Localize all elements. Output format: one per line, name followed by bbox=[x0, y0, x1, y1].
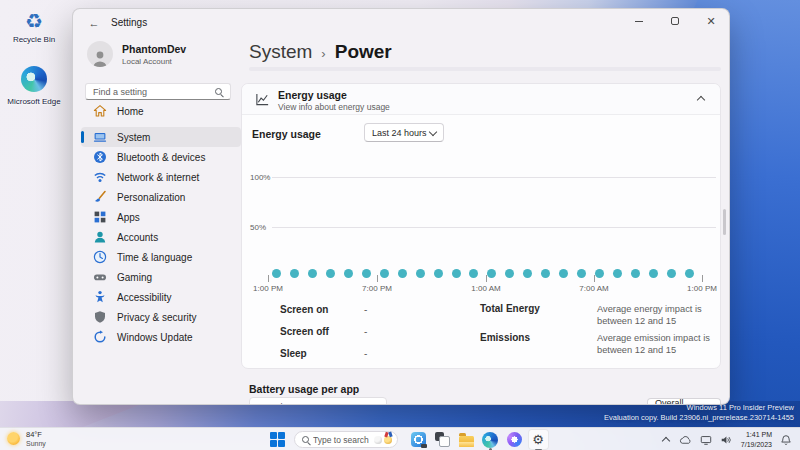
taskbar-search-box[interactable] bbox=[294, 431, 398, 448]
sidebar-item-accounts[interactable]: Accounts bbox=[81, 227, 241, 247]
energy-data-point bbox=[380, 269, 389, 278]
energy-data-point bbox=[523, 269, 532, 278]
sidebar-item-personalization[interactable]: Personalization bbox=[81, 187, 241, 207]
avatar bbox=[87, 41, 113, 67]
chevron-up-icon[interactable] bbox=[697, 96, 705, 104]
maximize-icon bbox=[671, 17, 679, 25]
sidebar-item-time-language[interactable]: Time & language bbox=[81, 247, 241, 267]
weather-widget[interactable]: 84°F Sunny bbox=[7, 430, 46, 447]
stat-value: - bbox=[364, 304, 367, 315]
x-axis-label: 7:00 PM bbox=[362, 284, 392, 293]
stat-value: - bbox=[364, 326, 367, 337]
pinned-apps: ⚙ bbox=[406, 429, 550, 450]
desktop-icon-label: Microsoft Edge bbox=[6, 97, 62, 106]
back-button[interactable]: ← bbox=[85, 15, 103, 31]
app-search-box[interactable] bbox=[249, 397, 387, 405]
taskbar-app-edge[interactable] bbox=[480, 429, 501, 450]
energy-data-point bbox=[272, 269, 281, 278]
stat-label: Screen on bbox=[280, 304, 364, 315]
settings-search-input[interactable] bbox=[86, 87, 215, 97]
apps-icon bbox=[93, 210, 107, 224]
stat-value: Average emission impact is between 12 an… bbox=[597, 332, 721, 356]
start-button[interactable] bbox=[270, 432, 285, 447]
sidebar-item-system[interactable]: System bbox=[81, 127, 241, 147]
time-language-icon bbox=[93, 250, 107, 264]
minimize-button[interactable] bbox=[621, 9, 657, 33]
watermark-line1: Windows 11 Pro Insider Preview bbox=[604, 403, 794, 413]
maximize-button[interactable] bbox=[657, 9, 693, 33]
energy-data-point bbox=[308, 269, 317, 278]
breadcrumb-parent[interactable]: System bbox=[249, 41, 312, 63]
gridline bbox=[272, 227, 716, 228]
stat-label: Screen off bbox=[280, 326, 364, 337]
recycle-bin-icon: ♻ bbox=[21, 8, 47, 34]
search-icon bbox=[374, 404, 381, 406]
titlebar[interactable]: ← Settings ✕ bbox=[73, 9, 729, 37]
energy-data-point bbox=[487, 269, 496, 278]
energy-data-point bbox=[649, 269, 658, 278]
energy-data-point bbox=[685, 269, 694, 278]
scrollbar[interactable] bbox=[723, 209, 726, 235]
user-account[interactable]: PhantomDev Local Account bbox=[85, 41, 186, 67]
sidebar-item-apps[interactable]: Apps bbox=[81, 207, 241, 227]
sidebar-item-network-internet[interactable]: Network & internet bbox=[81, 167, 241, 187]
volume-icon[interactable] bbox=[718, 432, 733, 447]
display-icon[interactable] bbox=[698, 432, 713, 447]
sidebar-item-bluetooth-devices[interactable]: Bluetooth & devices bbox=[81, 147, 241, 167]
stat-row: Sleep- bbox=[280, 348, 367, 370]
privacy-icon bbox=[93, 310, 107, 324]
sidebar-item-home[interactable]: Home bbox=[81, 101, 241, 121]
search-icon bbox=[215, 88, 222, 95]
chevron-up-icon[interactable] bbox=[658, 432, 673, 447]
sidebar-item-gaming[interactable]: Gaming bbox=[81, 267, 241, 287]
energy-usage-expander[interactable]: Energy usage View info about energy usag… bbox=[242, 84, 720, 115]
watermark-line2: Evaluation copy. Build 23906.ni_prerelea… bbox=[604, 413, 794, 423]
system-tray: 1:41 PM 7/19/2023 bbox=[656, 428, 796, 450]
sidebar-item-label: Accounts bbox=[117, 232, 158, 243]
time-range-dropdown[interactable]: Last 24 hours bbox=[364, 123, 444, 142]
close-button[interactable]: ✕ bbox=[693, 9, 729, 33]
notifications-button[interactable] bbox=[779, 432, 794, 447]
bell-icon bbox=[780, 434, 792, 446]
accessibility-icon bbox=[93, 290, 107, 304]
x-axis-label: 7:00 AM bbox=[579, 284, 608, 293]
stats-left: Screen on-Screen off-Sleep- bbox=[280, 304, 367, 370]
sidebar-item-accessibility[interactable]: Accessibility bbox=[81, 287, 241, 307]
desktop-icon-microsoft-edge[interactable]: Microsoft Edge bbox=[6, 66, 62, 106]
pivot-bar bbox=[249, 67, 721, 71]
energy-data-point bbox=[362, 269, 371, 278]
sidebar: PhantomDev Local Account HomeSystemBluet… bbox=[85, 37, 237, 404]
sidebar-item-label: Personalization bbox=[117, 192, 185, 203]
x-axis-tick bbox=[268, 275, 269, 282]
energy-data-point bbox=[505, 269, 514, 278]
stat-row: Screen on- bbox=[280, 304, 367, 326]
breadcrumb-separator: › bbox=[321, 46, 325, 61]
taskbar-search-input[interactable] bbox=[313, 435, 374, 445]
sidebar-item-label: Windows Update bbox=[117, 332, 193, 343]
energy-data-point bbox=[434, 269, 443, 278]
sidebar-item-windows-update[interactable]: Windows Update bbox=[81, 327, 241, 347]
copilot-preview-icon bbox=[410, 432, 426, 448]
stat-row: EmissionsAverage emission impact is betw… bbox=[480, 332, 721, 356]
taskbar-app-copilot-preview[interactable] bbox=[408, 429, 429, 450]
gridline bbox=[272, 177, 716, 178]
desktop-icon-recycle-bin[interactable]: ♻Recycle Bin bbox=[6, 8, 62, 44]
person-icon bbox=[91, 49, 109, 67]
app-search-input[interactable] bbox=[250, 402, 374, 405]
energy-usage-card: Energy usage View info about energy usag… bbox=[241, 83, 721, 369]
taskbar-app-task-view[interactable] bbox=[432, 429, 453, 450]
energy-data-point bbox=[344, 269, 353, 278]
taskbar-app-settings[interactable]: ⚙ bbox=[528, 429, 549, 450]
gaming-icon bbox=[93, 270, 107, 284]
sidebar-item-privacy-security[interactable]: Privacy & security bbox=[81, 307, 241, 327]
taskbar-app-file-explorer[interactable] bbox=[456, 429, 477, 450]
chart-dots bbox=[272, 269, 694, 278]
evaluation-watermark: Windows 11 Pro Insider Preview Evaluatio… bbox=[604, 403, 794, 423]
settings-search-box[interactable] bbox=[85, 83, 231, 100]
x-axis-label: 1:00 AM bbox=[471, 284, 500, 293]
taskbar-app-browser-ring[interactable] bbox=[504, 429, 525, 450]
stat-value: Average energy impact is between 12 and … bbox=[597, 303, 721, 327]
clock[interactable]: 1:41 PM 7/19/2023 bbox=[741, 430, 772, 449]
energy-data-point bbox=[452, 269, 461, 278]
onedrive-icon[interactable] bbox=[678, 432, 693, 447]
